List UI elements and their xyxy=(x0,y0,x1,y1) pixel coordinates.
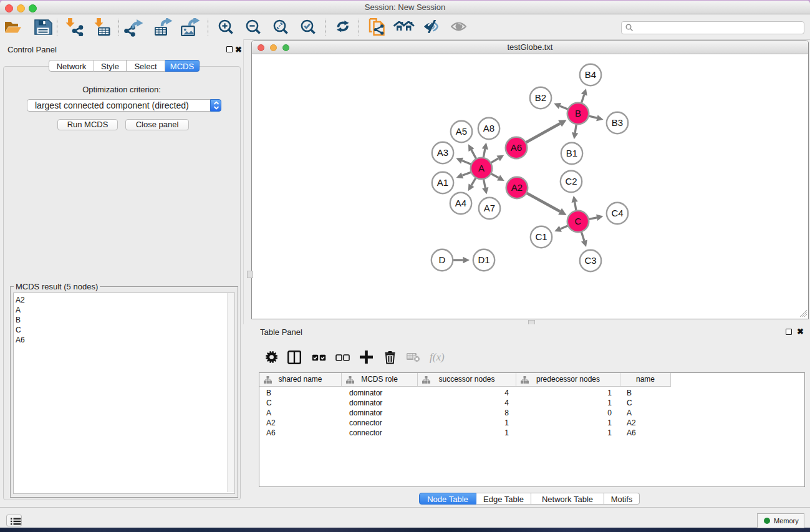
svg-text:B4: B4 xyxy=(585,69,596,80)
svg-text:B1: B1 xyxy=(566,148,577,158)
svg-text:C3: C3 xyxy=(584,255,596,266)
svg-text:C1: C1 xyxy=(535,231,547,242)
svg-text:B2: B2 xyxy=(535,92,546,103)
svg-text:C4: C4 xyxy=(611,208,623,218)
svg-text:D1: D1 xyxy=(478,254,489,265)
svg-text:A3: A3 xyxy=(437,147,448,158)
svg-text:A7: A7 xyxy=(484,203,495,213)
svg-text:B3: B3 xyxy=(612,117,623,128)
svg-text:C2: C2 xyxy=(565,176,577,186)
svg-text:A1: A1 xyxy=(437,177,448,188)
svg-text:C: C xyxy=(575,216,582,226)
svg-text:A8: A8 xyxy=(483,123,494,133)
svg-text:B: B xyxy=(575,108,581,118)
svg-text:A4: A4 xyxy=(455,198,466,208)
svg-text:A5: A5 xyxy=(456,126,467,137)
svg-text:A: A xyxy=(478,163,485,173)
svg-text:A2: A2 xyxy=(511,182,523,193)
svg-text:A6: A6 xyxy=(511,142,522,153)
svg-text:f(x): f(x) xyxy=(430,351,445,363)
svg-text:D: D xyxy=(439,254,446,265)
